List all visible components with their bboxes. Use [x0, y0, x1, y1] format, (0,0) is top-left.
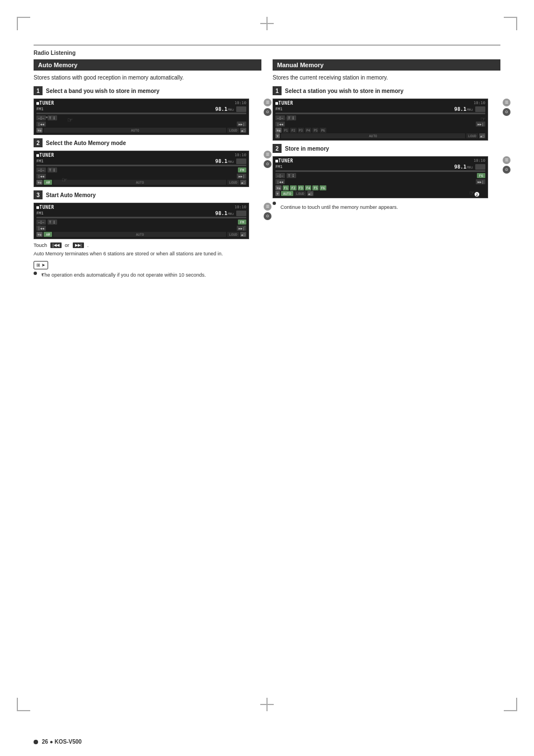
tuner-title-3: ■TUNER: [36, 205, 54, 210]
p3: P3: [298, 128, 304, 133]
tuner-signal-bars-3: [236, 211, 246, 216]
tuner-ps-bar-2: [36, 165, 246, 166]
or-label: or: [65, 242, 69, 248]
fm-btn-r2: F6: [477, 173, 485, 178]
page-model-sep: ●: [50, 739, 55, 745]
memory-number-badge: 2: [474, 192, 480, 197]
side-icon-1a: ☰: [264, 99, 271, 106]
tuner-ps-r1: PS: [275, 113, 485, 114]
manual-memory-desc: Stores the current receiving station in …: [273, 74, 500, 82]
td-btn-prev-r2: |◀◀: [275, 179, 285, 184]
page-model: KOS-V500: [55, 739, 82, 745]
tuner-ps-r2: PS: [275, 170, 485, 172]
td-sw-r1: ▼: [275, 133, 280, 138]
step-3-text: Start Auto Memory: [46, 190, 96, 199]
manual-step-1-num: 1: [273, 86, 282, 95]
manual-step-1-text: Select a station you wish to store in me…: [285, 86, 404, 95]
tuner-side-icons-r1: ☰ ⊙: [503, 99, 510, 116]
step-1-text: Select a band you wish to store in memor…: [46, 86, 160, 95]
td-btn-next-1: ▶▶|: [237, 122, 246, 127]
note-icon-row: ⊞ ➤: [34, 261, 261, 269]
td-btn-t1: T I: [48, 115, 57, 120]
td-btn-eq-2: —[—: [36, 167, 46, 172]
continue-text: Continue to touch until the memory numbe…: [280, 204, 398, 211]
bullet-dot-1: [34, 272, 37, 275]
tuner-unit-1: MHz: [228, 108, 234, 111]
btn-prev: |◀◀: [50, 242, 62, 248]
td-mode-2: ▼◉: [36, 180, 43, 185]
p6: P6: [320, 128, 326, 133]
step-1-num: 1: [34, 86, 43, 95]
auto-memory-title: Auto Memory: [34, 59, 261, 71]
main-columns: Auto Memory Stores stations with good re…: [34, 59, 500, 278]
step-3-num: 3: [34, 190, 43, 199]
step-1: 1 Select a band you wish to store in mem…: [34, 86, 261, 95]
td-mode-r2: ▼◉: [275, 185, 282, 190]
tuner-screen-2: ■TUNER 10:10 FM1 98.1 MHz —[— T I F: [34, 151, 249, 187]
side-icon-r1a: ☰: [503, 99, 510, 106]
tuner-freq-r1: 98.1: [454, 106, 466, 112]
tuner-time-r1: 10:10: [474, 101, 485, 106]
td-btn-eq-r1: —[—: [275, 115, 285, 120]
step-3: 3 Start Auto Memory: [34, 190, 261, 199]
hand-prev: ☞: [36, 222, 40, 230]
td-loud-3: LOUD: [227, 232, 238, 237]
step-2: 2 Select the Auto Memory mode: [34, 138, 261, 147]
corner-mark-br: [504, 698, 517, 711]
tuner-unit-r2: MHz: [467, 165, 473, 169]
manual-step-2-num: 2: [273, 144, 282, 153]
tuner-display-r1: ■TUNER 10:10 FM1 98.1 MHz PS —[— T I: [273, 99, 500, 141]
mem-f5-r2: F5: [312, 185, 318, 190]
section-divider: [34, 45, 500, 45]
mem-f3-r2: F3: [298, 185, 304, 190]
tuner-unit-3: MHz: [228, 212, 234, 216]
crosshair-top: [260, 17, 274, 30]
td-loud-r2: LOUD: [294, 191, 306, 196]
tuner-ps-bar-1: PS: [36, 113, 246, 114]
period: .: [87, 242, 89, 248]
td-btn-prev-2: |◀◀: [36, 174, 46, 179]
td-mode-3: ▼◉: [36, 232, 43, 237]
hand-r2: ☞: [470, 189, 474, 197]
section-label: Radio Listening: [34, 50, 500, 56]
td-sw-r2: ▼: [275, 191, 280, 196]
side-icon-2a: ☰: [264, 151, 271, 158]
page-content: Radio Listening Auto Memory Stores stati…: [34, 45, 500, 700]
tuner-band-2: FM1: [36, 159, 44, 164]
tuner-band-3: FM1: [36, 211, 44, 216]
td-auto-3: AUTO: [53, 232, 226, 237]
mem-f2-r2: F2: [290, 185, 296, 190]
continue-row: Continue to touch until the memory numbe…: [273, 202, 500, 211]
td-auto-2: AUTO: [53, 180, 226, 185]
touch-hand-2: ☞: [62, 175, 67, 184]
touch-label: Touch: [34, 242, 47, 248]
tuner-time-2: 10:10: [235, 153, 246, 158]
td-btn-prev-1: |◀◀: [36, 122, 46, 127]
tuner-signal-bars-1: [236, 106, 246, 112]
tuner-time-1: 10:10: [235, 101, 246, 106]
page-dot: [34, 740, 38, 744]
td-end-r2: ▲□: [307, 191, 313, 196]
td-btn-t2: T I: [48, 167, 57, 172]
td-btn-tr2: T I: [287, 173, 296, 178]
tuner-screen-r1: ■TUNER 10:10 FM1 98.1 MHz PS —[— T I: [273, 99, 488, 141]
td-end-2: ▲□: [240, 180, 246, 185]
tuner-screen-r2: ■TUNER 10:10 FM1 98.1 MHz PS —[— T I: [273, 156, 488, 198]
mem-f1-r2: F1: [283, 185, 289, 190]
side-icon-r1b: ⊙: [503, 108, 510, 116]
continue-dot: [273, 202, 276, 205]
tuner-screen-1: ■TUNER 10:10 FM1 98.1 MHz PS —[—: [34, 99, 249, 135]
td-btn-eq-r2: —[—: [275, 173, 285, 178]
tuner-freq-2: 98.1: [215, 158, 227, 164]
tuner-signal-r1: [475, 106, 485, 112]
p1: P1: [283, 128, 289, 133]
step-2-text: Select the Auto Memory mode: [46, 138, 126, 147]
td-end-1: ▲□: [240, 128, 246, 133]
tuner-band-1: FM1: [36, 107, 44, 111]
td-loud-r1: LOUD: [466, 133, 477, 138]
td-auto-r1: AUTO: [281, 133, 466, 138]
tuner-side-icons-r2: ☰ ⊙: [503, 156, 510, 174]
td-loud-2: LOUD: [227, 180, 238, 185]
fm-btn-2: FM: [238, 167, 246, 172]
tuner-time-r2: 10:10: [474, 158, 485, 164]
